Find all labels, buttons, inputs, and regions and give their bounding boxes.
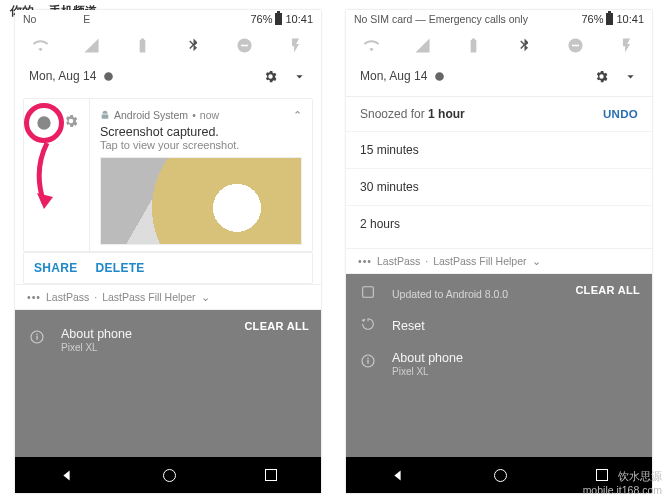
svg-rect-6 <box>367 357 368 358</box>
date-text: Mon, Aug 14 <box>360 69 427 83</box>
option-15[interactable]: 15 minutes <box>346 131 652 168</box>
lastpass-notif[interactable]: ••• LastPass · LastPass Fill Helper ⌄ <box>15 284 321 310</box>
about-phone-row[interactable]: About phone Pixel XL <box>360 342 638 383</box>
flash-icon[interactable] <box>618 36 636 54</box>
snooze-header: Snoozed for 1 hour UNDO <box>346 96 652 131</box>
quick-settings <box>15 28 321 62</box>
status-bar: No E 76% 10:41 <box>15 10 321 28</box>
back-icon[interactable] <box>59 468 74 483</box>
cell-icon[interactable] <box>83 36 101 54</box>
notif-title: Screenshot captured. <box>100 125 302 139</box>
nav-bar <box>15 457 321 493</box>
chevron-down-icon[interactable] <box>623 69 638 84</box>
chevron-down-icon: ⌄ <box>201 291 210 303</box>
clear-all-button[interactable]: CLEAR ALL <box>244 320 309 332</box>
snooze-highlight-circle <box>24 103 64 143</box>
lastpass-notif[interactable]: ••• LastPass · LastPass Fill Helper ⌄ <box>346 248 652 274</box>
date-row: Mon, Aug 14 <box>15 62 321 90</box>
info-icon <box>360 353 378 373</box>
battery2-icon[interactable] <box>465 36 483 54</box>
recents-icon[interactable] <box>265 469 277 481</box>
chevron-up-icon[interactable]: ⌃ <box>293 109 302 121</box>
android-icon <box>100 110 110 120</box>
date-row: Mon, Aug 14 <box>346 62 652 90</box>
screenshot-thumb[interactable] <box>100 157 302 245</box>
phone-left: No E 76% 10:41 Mon, Aug 14 <box>15 10 321 493</box>
notification-card[interactable]: Android System • now ⌃ Screenshot captur… <box>23 98 313 252</box>
clear-all-button[interactable]: CLEAR ALL <box>575 284 640 296</box>
svg-rect-3 <box>363 287 374 298</box>
chevron-down-icon[interactable] <box>292 69 307 84</box>
home-icon[interactable] <box>494 469 507 482</box>
clock-text: 10:41 <box>616 13 644 25</box>
battery-pct: 76% <box>250 13 272 25</box>
gear-icon[interactable] <box>594 69 609 84</box>
battery-icon <box>275 13 282 25</box>
status-bar: No SIM card — Emergency calls only 76% 1… <box>346 10 652 28</box>
gear-icon[interactable] <box>63 113 79 129</box>
clock-icon <box>36 115 52 131</box>
checkbox-icon <box>360 284 378 304</box>
bluetooth-icon[interactable] <box>516 36 534 54</box>
cell-icon[interactable] <box>414 36 432 54</box>
pointer-arrow <box>31 141 57 211</box>
reset-row[interactable]: Reset <box>360 310 638 342</box>
gear-icon[interactable] <box>263 69 278 84</box>
back-icon[interactable] <box>390 468 405 483</box>
option-30[interactable]: 30 minutes <box>346 168 652 205</box>
notif-when: now <box>200 109 219 121</box>
status-left: No SIM card — Emergency calls only <box>354 13 528 25</box>
alarm-icon <box>433 70 446 83</box>
quick-settings <box>346 28 652 62</box>
bluetooth-icon[interactable] <box>185 36 203 54</box>
wifi-icon[interactable] <box>363 36 381 54</box>
history-icon <box>360 316 378 336</box>
dim-background: CLEAR ALL Updated to Android 8.0.0 Reset… <box>346 274 652 457</box>
battery-icon <box>606 13 613 25</box>
svg-rect-2 <box>36 333 37 334</box>
share-button[interactable]: SHARE <box>34 261 78 275</box>
wifi-icon[interactable] <box>32 36 50 54</box>
home-icon[interactable] <box>163 469 176 482</box>
dim-background: CLEAR ALL About phone Pixel XL <box>15 310 321 457</box>
notif-subtitle: Tap to view your screenshot. <box>100 139 302 151</box>
battery-pct: 76% <box>581 13 603 25</box>
dnd-icon[interactable] <box>567 36 585 54</box>
svg-rect-5 <box>367 359 368 363</box>
watermark: 饮水思源 mobile.it168.com <box>583 469 662 497</box>
dnd-icon[interactable] <box>236 36 254 54</box>
notif-app: Android System <box>114 109 188 121</box>
option-2h[interactable]: 2 hours <box>346 205 652 242</box>
phone-right: No SIM card — Emergency calls only 76% 1… <box>346 10 652 493</box>
undo-button[interactable]: UNDO <box>603 108 638 120</box>
delete-button[interactable]: DELETE <box>96 261 145 275</box>
flash-icon[interactable] <box>287 36 305 54</box>
notif-actions: SHARE DELETE <box>23 252 313 284</box>
clock-text: 10:41 <box>285 13 313 25</box>
chevron-down-icon: ⌄ <box>532 255 541 267</box>
alarm-icon <box>102 70 115 83</box>
date-text: Mon, Aug 14 <box>29 69 96 83</box>
battery2-icon[interactable] <box>134 36 152 54</box>
svg-rect-1 <box>36 335 37 339</box>
info-icon <box>29 329 47 349</box>
